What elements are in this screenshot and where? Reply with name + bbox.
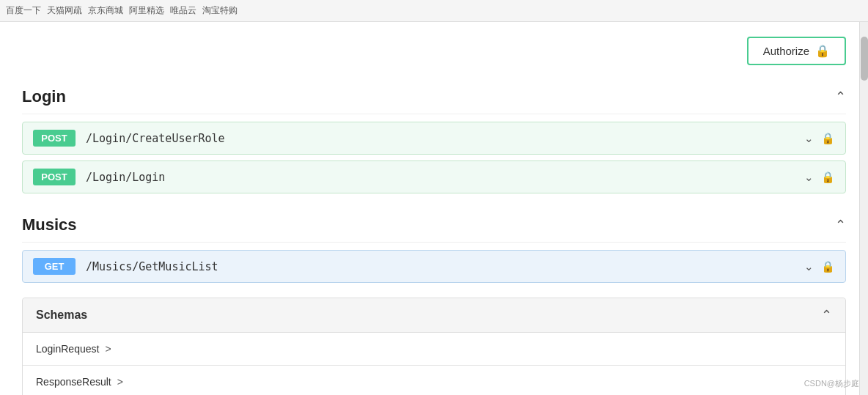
schemas-section: Schemas ⌃ LoginRequest > ResponseResult … (22, 298, 846, 395)
authorize-row: Authorize 🔒 (22, 37, 846, 65)
schemas-title: Schemas (36, 309, 87, 322)
musics-section-title: Musics (22, 215, 77, 235)
schemas-header[interactable]: Schemas ⌃ (23, 298, 845, 333)
toolbar-label-6: 淘宝特购 (202, 4, 238, 17)
login-section-header[interactable]: Login ⌃ (22, 80, 846, 114)
endpoint-lock-1: 🔒 (821, 132, 835, 145)
endpoint-chevron-3: ⌄ (804, 260, 814, 273)
scrollbar[interactable] (859, 22, 868, 395)
musics-section-header[interactable]: Musics ⌃ (22, 208, 846, 243)
toolbar-label-2: 天猫网疏 (47, 4, 82, 17)
path-music-list: /Musics/GetMusicList (86, 260, 804, 273)
toolbar-label-4: 阿里精选 (129, 4, 164, 17)
endpoint-login-login[interactable]: POST /Login/Login ⌄ 🔒 (22, 160, 846, 193)
toolbar-label-1: 百度一下 (6, 4, 41, 17)
get-badge-music: GET (33, 258, 76, 275)
path-login: /Login/Login (86, 171, 804, 184)
endpoint-actions-3: ⌄ 🔒 (804, 260, 835, 273)
login-section-title: Login (22, 87, 66, 106)
post-badge-create-user: POST (33, 130, 76, 147)
schema-item-response-result[interactable]: ResponseResult > (23, 366, 845, 395)
authorize-lock-icon: 🔒 (815, 44, 830, 58)
endpoint-lock-3: 🔒 (821, 260, 835, 273)
main-content: Authorize 🔒 Login ⌃ POST /Login/CreateUs… (0, 22, 868, 395)
schemas-chevron-icon: ⌃ (821, 307, 832, 323)
authorize-button[interactable]: Authorize 🔒 (747, 37, 846, 65)
schema-login-request-arrow: > (105, 343, 111, 355)
login-section: Login ⌃ POST /Login/CreateUserRole ⌄ 🔒 P… (22, 80, 846, 193)
endpoint-chevron-1: ⌄ (804, 132, 814, 145)
musics-chevron-icon: ⌃ (835, 217, 846, 233)
musics-section: Musics ⌃ GET /Musics/GetMusicList ⌄ 🔒 (22, 208, 846, 283)
schema-item-login-request[interactable]: LoginRequest > (23, 333, 845, 366)
post-badge-login: POST (33, 169, 76, 185)
schema-login-request-name: LoginRequest (36, 343, 99, 355)
endpoint-login-create-user-role[interactable]: POST /Login/CreateUserRole ⌄ 🔒 (22, 122, 846, 155)
endpoint-get-music-list[interactable]: GET /Musics/GetMusicList ⌄ 🔒 (22, 250, 846, 283)
path-create-user: /Login/CreateUserRole (86, 132, 804, 145)
toolbar-label-5: 唯品云 (170, 4, 196, 17)
endpoint-actions-2: ⌄ 🔒 (804, 171, 835, 184)
browser-toolbar: 百度一下 天猫网疏 京东商城 阿里精选 唯品云 淘宝特购 (0, 0, 868, 22)
authorize-label: Authorize (763, 45, 809, 57)
schema-response-result-arrow: > (117, 376, 123, 388)
scrollbar-thumb[interactable] (861, 37, 868, 81)
endpoint-chevron-2: ⌄ (804, 171, 814, 184)
endpoint-actions-1: ⌄ 🔒 (804, 132, 835, 145)
watermark: CSDN@杨步庭 (804, 378, 859, 389)
schema-response-result-name: ResponseResult (36, 376, 111, 388)
toolbar-label-3: 京东商城 (88, 4, 123, 17)
login-chevron-icon: ⌃ (835, 89, 846, 105)
endpoint-lock-2: 🔒 (821, 171, 835, 184)
